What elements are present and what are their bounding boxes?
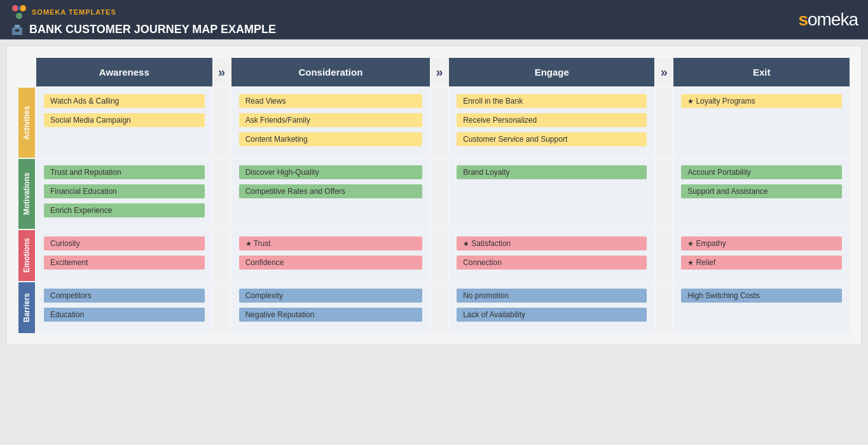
col-header-engage: Engage bbox=[448, 57, 655, 87]
arrow-motivations-1 bbox=[213, 158, 231, 229]
tag-curiosity: Curiosity bbox=[44, 236, 205, 250]
barriers-consideration-cell: Complexity Negative Reputation bbox=[231, 282, 431, 334]
row-motivations: Motivations Trust and Reputation Financi… bbox=[18, 158, 850, 229]
tag-loyalty-programs: Loyalty Programs bbox=[681, 94, 842, 108]
arrow-barriers-1 bbox=[213, 282, 231, 334]
brand-label: SOMEKA TEMPLATES bbox=[10, 3, 276, 21]
emotions-exit-cell: Empathy Relief bbox=[673, 229, 850, 282]
motivations-exit-cell: Account Portability Support and Assistan… bbox=[673, 158, 850, 229]
arrow-emotions-3 bbox=[655, 229, 673, 282]
tag-social-media: Social Media Campaign bbox=[44, 113, 205, 127]
tag-content-marketing: Content Marketing bbox=[239, 132, 423, 146]
arrow-emotions-1 bbox=[213, 229, 231, 282]
tag-trust: Trust bbox=[239, 236, 423, 250]
arrow-activities-3 bbox=[655, 87, 673, 158]
arrow-activities-2 bbox=[431, 87, 448, 158]
activities-awareness-cell: Watch Ads & Calling Social Media Campaig… bbox=[36, 87, 213, 158]
activities-consideration-cell: Read Views Ask Friends/Family Content Ma… bbox=[231, 87, 431, 158]
arrow-3: » bbox=[655, 57, 673, 87]
tag-trust-reputation: Trust and Reputation bbox=[44, 165, 205, 179]
col-header-awareness: Awareness bbox=[36, 57, 213, 87]
header-left: SOMEKA TEMPLATES BANK CUSTOMER JOURNEY M… bbox=[10, 3, 276, 36]
tag-watch-ads: Watch Ads & Calling bbox=[44, 94, 205, 108]
tag-enrich-experience: Enrich Experience bbox=[44, 203, 205, 217]
tag-financial-education: Financial Education bbox=[44, 184, 205, 198]
motivations-engage-cell: Brand Loyalty bbox=[448, 158, 655, 229]
svg-rect-5 bbox=[15, 25, 20, 27]
tag-negative-reputation: Negative Reputation bbox=[239, 308, 423, 322]
svg-rect-6 bbox=[15, 29, 17, 32]
barriers-engage-cell: No promotion Lack of Availability bbox=[448, 282, 655, 334]
arrow-activities-1 bbox=[213, 87, 231, 158]
someka-logo: someka bbox=[798, 10, 858, 30]
arrow-motivations-2 bbox=[431, 158, 448, 229]
emotions-engage-cell: Satisfaction Connection bbox=[448, 229, 655, 282]
tag-confidence: Confidence bbox=[239, 256, 423, 270]
tag-support-assistance: Support and Assistance bbox=[681, 184, 842, 198]
tag-read-views: Read Views bbox=[239, 94, 423, 108]
brand-logo-icon bbox=[10, 3, 28, 21]
tag-account-portability: Account Portability bbox=[681, 165, 842, 179]
arrow-barriers-2 bbox=[431, 282, 448, 334]
tag-enroll-bank: Enroll in the Bank bbox=[457, 94, 647, 108]
arrow-motivations-3 bbox=[655, 158, 673, 229]
tag-no-promotion: No promotion bbox=[457, 289, 647, 303]
tag-education: Education bbox=[44, 308, 205, 322]
motivations-consideration-cell: Discover High-Quality Competitive Rates … bbox=[231, 158, 431, 229]
tag-complexity: Complexity bbox=[239, 289, 423, 303]
brand-name: SOMEKA TEMPLATES bbox=[32, 8, 116, 16]
arrow-emotions-2 bbox=[431, 229, 448, 282]
tag-satisfaction: Satisfaction bbox=[457, 236, 647, 250]
svg-point-2 bbox=[16, 13, 22, 19]
col-header-exit: Exit bbox=[673, 57, 850, 87]
tag-relief: Relief bbox=[681, 256, 842, 270]
page-title: BANK CUSTOMER JOURNEY MAP EXAMPLE bbox=[10, 22, 276, 36]
row-header-barriers: Barriers bbox=[18, 282, 36, 334]
tag-discover-high-quality: Discover High-Quality bbox=[239, 165, 423, 179]
barriers-awareness-cell: Competitors Education bbox=[36, 282, 213, 334]
emotions-consideration-cell: Trust Confidence bbox=[231, 229, 431, 282]
tag-customer-service: Customer Service and Support bbox=[457, 132, 647, 146]
svg-rect-7 bbox=[17, 29, 19, 32]
emotions-awareness-cell: Curiosity Excitement bbox=[36, 229, 213, 282]
tag-competitive-rates: Competitive Rates and Offers bbox=[239, 184, 423, 198]
barriers-exit-cell: High Switching Costs bbox=[673, 282, 850, 334]
arrow-1: » bbox=[213, 57, 231, 87]
building-icon bbox=[10, 22, 24, 36]
svg-rect-3 bbox=[17, 7, 21, 9]
row-header-activities: Activities bbox=[18, 87, 36, 158]
tag-empathy: Empathy bbox=[681, 236, 842, 250]
arrow-2: » bbox=[431, 57, 448, 87]
row-header-emotions: Emotions bbox=[18, 229, 36, 282]
row-barriers: Barriers Competitors Education Complexit… bbox=[18, 282, 850, 334]
tag-lack-availability: Lack of Availability bbox=[457, 308, 647, 322]
row-activities: Activities Watch Ads & Calling Social Me… bbox=[18, 87, 850, 158]
tag-high-switching-costs: High Switching Costs bbox=[681, 289, 842, 303]
col-header-consideration: Consideration bbox=[231, 57, 431, 87]
tag-connection: Connection bbox=[457, 256, 647, 270]
tag-brand-loyalty: Brand Loyalty bbox=[457, 165, 647, 179]
journey-map-table: Awareness » Consideration » Engage » Exi… bbox=[17, 57, 851, 334]
tag-excitement: Excitement bbox=[44, 256, 205, 270]
app-header: SOMEKA TEMPLATES BANK CUSTOMER JOURNEY M… bbox=[0, 0, 868, 39]
row-header-motivations: Motivations bbox=[18, 158, 36, 229]
main-content: Awareness » Consideration » Engage » Exi… bbox=[6, 46, 862, 345]
motivations-awareness-cell: Trust and Reputation Financial Education… bbox=[36, 158, 213, 229]
tag-receive-personalized: Receive Personalized bbox=[457, 113, 647, 127]
tag-ask-friends: Ask Friends/Family bbox=[239, 113, 423, 127]
row-emotions: Emotions Curiosity Excitement Trust Conf… bbox=[18, 229, 850, 282]
activities-exit-cell: Loyalty Programs bbox=[673, 87, 850, 158]
activities-engage-cell: Enroll in the Bank Receive Personalized … bbox=[448, 87, 655, 158]
tag-competitors: Competitors bbox=[44, 289, 205, 303]
arrow-barriers-3 bbox=[655, 282, 673, 334]
